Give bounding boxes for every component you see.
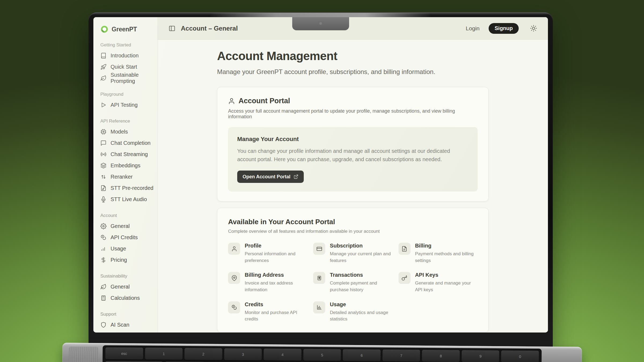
sidebar-item-getting-started-introduction[interactable]: Introduction	[100, 50, 154, 61]
feature-description: Invoice and tax address information	[245, 280, 307, 293]
rocket-icon	[100, 64, 107, 70]
signup-button[interactable]: Signup	[489, 23, 519, 34]
brand-name: GreenPT	[112, 26, 137, 33]
feature-description: Personal information and preferences	[245, 251, 307, 264]
sidebar-section-label: Sustainability	[100, 274, 154, 281]
key-3: 3	[224, 348, 262, 360]
login-link[interactable]: Login	[466, 25, 480, 32]
leaf-icon	[100, 284, 107, 290]
leaf-icon	[100, 75, 107, 81]
sidebar-item-label: Reranker	[111, 174, 133, 180]
sidebar-section-support: SupportAI Scan	[100, 312, 154, 330]
person-icon	[228, 98, 235, 105]
open-account-portal-button[interactable]: Open Account Portal	[237, 171, 304, 183]
key-esc: esc	[105, 348, 143, 360]
external-link-icon	[294, 174, 298, 179]
feature-title: Credits	[245, 301, 307, 308]
microphone-icon	[100, 196, 107, 202]
sidebar-item-sustainability-general[interactable]: General	[100, 281, 154, 292]
feature-icon-box	[228, 272, 240, 284]
key-7: 7	[382, 350, 420, 362]
feature-description: Generate and manage your API keys	[415, 280, 478, 293]
feature-icon-box	[398, 243, 411, 255]
feature-item-credits: CreditsMonitor and purchase API credits	[228, 301, 307, 323]
sidebar-item-getting-started-quick-start[interactable]: Quick Start	[100, 61, 154, 72]
sidebar-item-api-reference-embeddings[interactable]: Embeddings	[100, 160, 154, 171]
sidebar-item-account-usage[interactable]: Usage	[100, 243, 154, 254]
feature-title: Usage	[330, 301, 392, 308]
sidebar-section-label: Support	[100, 312, 154, 319]
sidebar-toggle-icon[interactable]	[169, 25, 175, 32]
key-0: 0	[501, 350, 539, 362]
feature-description: Detailed analytics and usage statistics	[330, 309, 392, 323]
main-content: Account Management Manage your GreenPT a…	[158, 40, 548, 333]
main-column: Account – General Login Signup Account M…	[158, 17, 548, 333]
sidebar-section-label: Getting Started	[100, 42, 154, 50]
feature-icon-box	[313, 272, 325, 284]
play-icon	[100, 102, 107, 108]
keyboard-row: esc1234567890	[105, 348, 539, 362]
layers-icon	[100, 162, 107, 169]
sidebar-item-api-reference-reranker[interactable]: Reranker	[100, 171, 154, 182]
features-card-title: Available in Your Account Portal	[228, 218, 478, 226]
feature-icon-box	[228, 301, 240, 313]
sidebar-item-api-reference-chat-completion[interactable]: Chat Completion	[100, 137, 154, 149]
sidebar-item-label: Chat Streaming	[111, 151, 148, 157]
laptop-lid: GreenPT Getting StartedIntroductionQuick…	[89, 12, 553, 351]
sidebar-item-api-reference-stt-pre-recorded[interactable]: STT Pre-recorded	[100, 182, 154, 194]
broadcast-icon	[100, 151, 107, 157]
feature-title: Transactions	[330, 272, 392, 278]
key-icon	[401, 275, 407, 281]
sidebar: GreenPT Getting StartedIntroductionQuick…	[93, 17, 158, 333]
feature-icon-box	[313, 243, 325, 255]
feature-icon-box	[398, 272, 411, 284]
feature-icon-box	[313, 301, 325, 313]
sidebar-item-support-ai-scan[interactable]: AI Scan	[100, 319, 154, 330]
notch	[292, 17, 349, 30]
sidebar-section-label: API Reference	[100, 119, 154, 126]
sidebar-item-api-reference-chat-streaming[interactable]: Chat Streaming	[100, 149, 154, 160]
open-account-portal-label: Open Account Portal	[243, 174, 290, 180]
sidebar-section-sustainability: SustainabilityGeneralCalculations	[100, 274, 154, 304]
credit-card-icon	[316, 246, 322, 252]
map-pin-icon	[231, 275, 237, 281]
theme-toggle-sun-icon[interactable]	[530, 25, 537, 32]
feature-title: API Keys	[415, 272, 478, 278]
sidebar-item-account-api-credits[interactable]: API Credits	[100, 232, 154, 243]
key-1: 1	[145, 348, 183, 360]
manage-account-title: Manage Your Account	[237, 136, 469, 143]
sidebar-item-playground-api-testing[interactable]: API Testing	[100, 99, 154, 110]
feature-item-transactions: TransactionsComplete payment and purchas…	[313, 272, 392, 293]
greenpt-logo-icon	[100, 25, 108, 33]
sidebar-section-api-reference: API ReferenceModelsChat CompletionChat S…	[100, 119, 154, 205]
features-card: Available in Your Account Portal Complet…	[217, 208, 489, 333]
sidebar-item-label: Embeddings	[111, 162, 140, 169]
app-window: GreenPT Getting StartedIntroductionQuick…	[93, 17, 548, 333]
sidebar-item-account-pricing[interactable]: Pricing	[100, 254, 154, 265]
sidebar-item-api-reference-models[interactable]: Models	[100, 126, 154, 137]
account-portal-title: Account Portal	[239, 97, 290, 105]
feature-item-billing-address: Billing AddressInvoice and tax address i…	[228, 272, 307, 293]
sidebar-item-getting-started-sustainable-prompting[interactable]: Sustainable Prompting	[100, 72, 154, 84]
sidebar-item-label: Introduction	[111, 53, 139, 59]
manage-account-panel: Manage Your Account You can change your …	[228, 127, 478, 191]
speaker-grille	[68, 347, 98, 362]
dollar-icon	[100, 257, 107, 263]
sidebar-item-label: General	[111, 284, 130, 290]
sidebar-item-account-general[interactable]: General	[100, 220, 154, 232]
bezel-highlight	[209, 13, 432, 17]
sidebar-item-label: Chat Completion	[111, 140, 151, 146]
manage-account-body: You can change your profile information …	[237, 147, 469, 164]
key-4: 4	[264, 349, 301, 361]
feature-title: Billing	[415, 243, 478, 249]
sidebar-section-account: AccountGeneralAPI CreditsUsagePricing	[100, 213, 154, 265]
webcam-dot	[319, 21, 323, 25]
feature-item-profile: ProfilePersonal information and preferen…	[228, 243, 307, 264]
account-portal-card: Account Portal Access your full account …	[217, 87, 489, 201]
key-2: 2	[184, 348, 222, 360]
key-tab: tab	[105, 361, 163, 362]
sidebar-item-label: Models	[111, 129, 128, 135]
brand-logo[interactable]: GreenPT	[100, 24, 154, 34]
sidebar-item-api-reference-stt-live-audio[interactable]: STT Live Audio	[100, 194, 154, 205]
sidebar-item-sustainability-calculations[interactable]: Calculations	[100, 292, 154, 304]
